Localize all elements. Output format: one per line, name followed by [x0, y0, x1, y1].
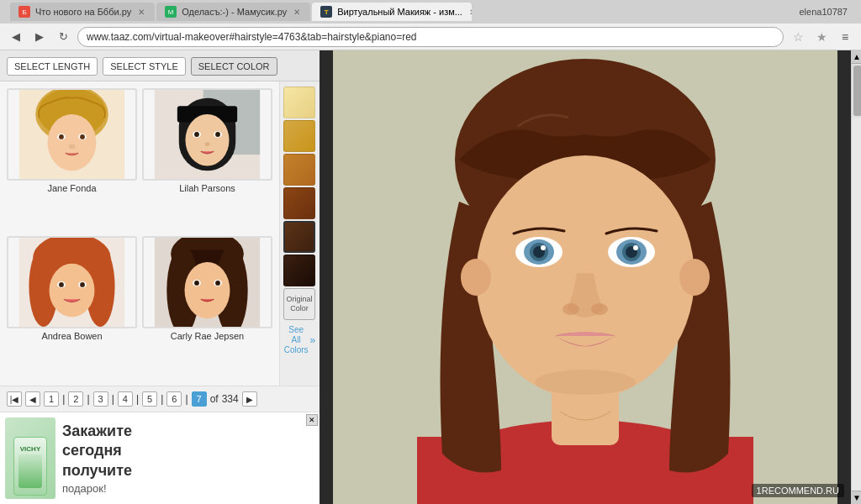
style-thumb-3[interactable] — [7, 236, 137, 328]
reload-button[interactable]: ↻ — [54, 28, 72, 46]
page-sep-5: | — [161, 393, 163, 405]
ad-subtext: подарок! — [62, 482, 314, 495]
svg-point-3 — [48, 114, 97, 171]
color-swatch-light-blonde[interactable] — [283, 87, 315, 118]
page-6-btn[interactable]: 6 — [166, 391, 182, 407]
page-sep-4: | — [136, 393, 139, 405]
select-color-btn[interactable]: SELECT COLOR — [191, 57, 277, 76]
tab-3-close[interactable]: ✕ — [467, 7, 472, 17]
page-1-btn[interactable]: 1 — [44, 391, 59, 407]
tab-3-label: Виртуальный Макияж - изм... — [337, 7, 462, 17]
select-length-btn[interactable]: SELECT LENGTH — [7, 57, 98, 76]
person-photo — [320, 50, 851, 504]
page-4-btn[interactable]: 4 — [118, 391, 133, 407]
forward-button[interactable]: ▶ — [30, 28, 49, 46]
scroll-down-btn[interactable]: ▼ — [852, 491, 861, 504]
ad-heading: Закажите сегодня получите — [62, 422, 314, 480]
back-button[interactable]: ◀ — [7, 28, 25, 46]
page-sep-2: | — [87, 393, 89, 405]
tab-2[interactable]: М Оделасъ:-) - Мамусик.ру ✕ — [156, 3, 310, 21]
color-swatch-dark-brown[interactable] — [283, 221, 315, 253]
original-color-btn[interactable]: Original Color — [283, 288, 315, 320]
style-label-2: Lilah Parsons — [179, 183, 235, 193]
style-item-carly-rae-jepsen[interactable]: Carly Rae Jepsen — [142, 236, 272, 379]
style-label-1: Jane Fonda — [47, 183, 96, 193]
color-swatch-dark-blonde[interactable] — [283, 154, 315, 186]
style-label-3: Andrea Bowen — [41, 331, 102, 341]
of-label: of — [210, 393, 219, 405]
svg-point-8 — [69, 144, 76, 150]
svg-point-57 — [563, 303, 579, 315]
ad-banner: ✕ VICHY Закажите сегодня получите подаро… — [0, 412, 320, 504]
svg-point-13 — [185, 114, 229, 166]
tab-2-favicon: М — [165, 6, 177, 18]
chevron-right-icon: » — [310, 334, 316, 346]
page-first-btn[interactable]: |◀ — [7, 391, 22, 407]
svg-point-7 — [80, 134, 85, 139]
tab-2-close[interactable]: ✕ — [292, 7, 302, 17]
user-label: elena10787 — [799, 7, 848, 17]
nav-bar: ◀ ▶ ↻ www.taaz.com/virtual-makeover#hair… — [0, 24, 861, 50]
color-swatch-medium-blonde[interactable] — [283, 120, 315, 152]
color-swatch-very-dark[interactable] — [283, 255, 315, 286]
page-5-btn[interactable]: 5 — [142, 391, 157, 407]
select-style-btn[interactable]: SELECT STYLE — [103, 57, 186, 76]
photo-container: 1RECOMMEND.RU — [320, 50, 851, 504]
page-3-btn[interactable]: 3 — [93, 391, 108, 407]
page-2-btn[interactable]: 2 — [68, 391, 83, 407]
ad-text-area: Закажите сегодня получите подарок! — [62, 417, 314, 499]
pagination: |◀ ◀ 1 | 2 | 3 | 4 | 5 | 6 | 7 of 334 ▶ — [0, 386, 320, 412]
scrollbar-thumb[interactable] — [853, 66, 861, 116]
tab-3[interactable]: T Виртуальный Макияж - изм... ✕ — [312, 3, 472, 21]
page-next-btn[interactable]: ▶ — [242, 391, 257, 407]
color-panel: Original Color See All Colors » — [279, 81, 320, 386]
right-panel: 1RECOMMEND.RU — [320, 50, 851, 504]
menu-button[interactable]: ≡ — [836, 28, 854, 46]
style-item-lilah-parsons[interactable]: Lilah Parsons — [142, 88, 272, 231]
svg-point-37 — [215, 281, 220, 286]
star-button[interactable]: ★ — [812, 28, 831, 46]
tab-1-favicon: Б — [18, 6, 30, 18]
svg-point-56 — [633, 245, 638, 250]
svg-point-16 — [194, 132, 199, 137]
color-swatch-auburn[interactable] — [283, 187, 315, 219]
ad-close-btn[interactable]: ✕ — [306, 414, 318, 426]
left-panel: SELECT LENGTH SELECT STYLE SELECT COLOR — [0, 50, 320, 504]
svg-point-45 — [461, 259, 491, 296]
panel-header: SELECT LENGTH SELECT STYLE SELECT COLOR — [0, 50, 320, 81]
style-thumb-4[interactable] — [142, 236, 272, 328]
content-area: SELECT LENGTH SELECT STYLE SELECT COLOR — [0, 50, 861, 504]
tab-1[interactable]: Б Что нового на Ббби.ру ✕ — [10, 3, 155, 21]
page-sep-6: | — [185, 393, 188, 405]
svg-point-46 — [679, 259, 710, 296]
scrollbar-track — [852, 118, 861, 491]
svg-point-33 — [185, 262, 230, 318]
see-all-colors-btn[interactable]: See All Colors » — [283, 322, 316, 359]
svg-point-27 — [80, 282, 85, 287]
bookmark-button[interactable]: ☆ — [789, 28, 807, 46]
page-7-btn[interactable]: 7 — [192, 391, 207, 407]
svg-point-17 — [215, 132, 220, 137]
browser-window: Б Что нового на Ббби.ру ✕ М Оделасъ:-) -… — [0, 0, 861, 504]
style-item-jane-fonda[interactable]: Jane Fonda — [7, 88, 137, 231]
tab-1-close[interactable]: ✕ — [136, 7, 146, 17]
tab-3-favicon: T — [320, 6, 332, 18]
svg-point-18 — [205, 142, 210, 146]
style-item-andrea-bowen[interactable]: Andrea Bowen — [7, 236, 137, 379]
page-prev-btn[interactable]: ◀ — [25, 391, 40, 407]
address-bar[interactable]: www.taaz.com/virtual-makeover#hairstyle=… — [77, 27, 784, 47]
scrollbar: ▲ ▼ — [851, 50, 861, 504]
style-thumb-1[interactable] — [7, 88, 137, 181]
svg-point-36 — [194, 281, 199, 286]
tab-1-label: Что нового на Ббби.ру — [35, 7, 131, 17]
svg-point-6 — [59, 134, 64, 139]
svg-point-51 — [541, 245, 546, 250]
title-bar: Б Что нового на Ббби.ру ✕ М Оделасъ:-) -… — [0, 0, 861, 24]
page-sep-1: | — [62, 393, 65, 405]
svg-point-59 — [535, 370, 636, 395]
scroll-up-btn[interactable]: ▲ — [852, 50, 861, 64]
svg-point-23 — [50, 264, 95, 318]
tab-2-label: Оделасъ:-) - Мамусик.ру — [182, 7, 287, 17]
style-label-4: Carly Rae Jepsen — [171, 331, 244, 341]
style-thumb-2[interactable] — [142, 88, 272, 181]
